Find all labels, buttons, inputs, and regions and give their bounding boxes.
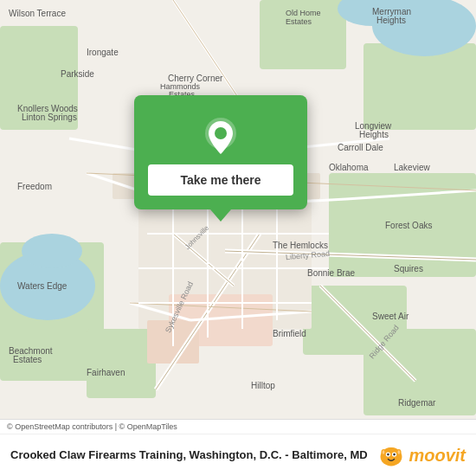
take-me-there-button[interactable]: Take me there: [148, 164, 293, 196]
svg-point-44: [215, 127, 227, 139]
popup-card-inner: Take me there: [134, 95, 307, 209]
bottom-bar: © OpenStreetMap contributors | © OpenMap…: [0, 419, 476, 476]
moovit-brand-text: moovit: [408, 446, 466, 466]
map-background: [0, 0, 476, 476]
svg-point-53: [383, 450, 385, 453]
svg-point-54: [398, 450, 401, 453]
svg-point-49: [388, 453, 390, 456]
location-info-text: Crooked Claw Firearms Training, Washingt…: [10, 448, 377, 463]
moovit-logo: moovit: [377, 441, 466, 469]
moovit-mascot-icon: [377, 441, 405, 469]
svg-point-50: [394, 453, 396, 456]
map-container[interactable]: Wilson Terrace Irongate Parkside Cherry …: [0, 0, 476, 476]
attribution-bar: © OpenStreetMap contributors | © OpenMap…: [0, 419, 476, 434]
location-popup: Take me there: [134, 95, 307, 209]
info-bar: Crooked Claw Firearms Training, Washingt…: [0, 434, 476, 476]
attribution-text: © OpenStreetMap contributors | © OpenMap…: [7, 422, 177, 431]
location-pin-icon: [200, 116, 241, 158]
